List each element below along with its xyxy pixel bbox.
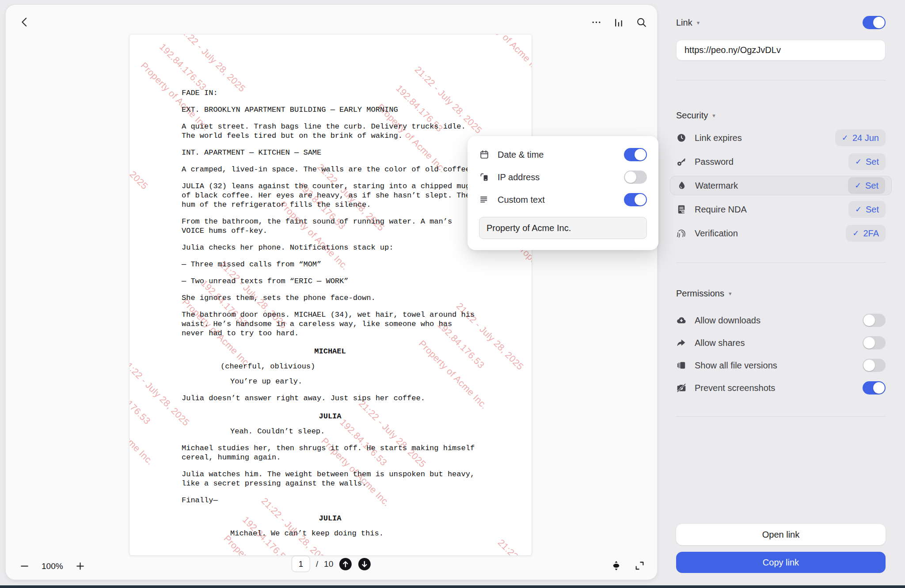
clock-icon: [676, 133, 687, 143]
security-row-link-expires[interactable]: Link expires✓24 Jun: [676, 128, 886, 148]
permission-row-allow-downloads[interactable]: Allow downloads: [676, 311, 886, 329]
script-action: From the bathroom, the faint sound of ru…: [182, 217, 479, 235]
viewer-toolbar: [590, 16, 647, 28]
link-settings-sidebar: Link ▾ Security ▾ Link expires✓24 JunPas…: [664, 0, 905, 588]
zoom-in-button[interactable]: [75, 561, 86, 572]
page-number-input[interactable]: [292, 556, 310, 572]
open-link-button[interactable]: Open link: [676, 524, 886, 545]
script-action: A quiet street. Trash bags line the curb…: [182, 122, 479, 140]
more-options-icon[interactable]: [590, 16, 602, 28]
droplet-icon: [677, 180, 687, 191]
security-section-header[interactable]: Security ▾: [676, 109, 886, 122]
app-window: 21:22 - July 28, 2025192.84.176.53Proper…: [0, 0, 905, 588]
versions-icon: [676, 360, 687, 371]
date-time-toggle[interactable]: [624, 148, 647, 161]
script-dialog: You’re up early.: [230, 377, 479, 386]
status-badge: ✓2FA: [846, 225, 886, 242]
row-label: Allow shares: [695, 338, 863, 348]
fullscreen-icon[interactable]: [634, 560, 646, 572]
document-page: 21:22 - July 28, 2025192.84.176.53Proper…: [129, 34, 532, 556]
check-icon: ✓: [855, 205, 862, 214]
link-url-input[interactable]: [676, 40, 886, 61]
search-icon[interactable]: [635, 16, 647, 28]
script-character: JULIA: [182, 514, 479, 523]
watermark-option-custom-text[interactable]: Custom text: [479, 191, 647, 209]
check-icon: ✓: [855, 157, 862, 167]
badge-text: 24 Jun: [852, 133, 879, 143]
allow-downloads-toggle[interactable]: [863, 314, 886, 327]
security-row-password[interactable]: Password✓Set: [676, 152, 886, 171]
calendar-icon: [479, 149, 490, 160]
ip-address-toggle[interactable]: [624, 171, 647, 184]
prevent-screenshots-toggle[interactable]: [863, 381, 886, 395]
script-action: The bathroom door opens. MICHAEL (34), w…: [182, 310, 479, 338]
script-character: JULIA: [182, 412, 479, 421]
script-action: Michael studies her, then shrugs it off.…: [182, 444, 479, 462]
link-enabled-toggle[interactable]: [863, 16, 886, 29]
analytics-icon[interactable]: [613, 16, 625, 28]
row-label: Password: [695, 157, 848, 167]
document-viewer: 21:22 - July 28, 2025192.84.176.53Proper…: [5, 4, 658, 580]
badge-text: 2FA: [863, 228, 879, 239]
permission-row-prevent-screenshots[interactable]: Prevent screenshots: [676, 379, 886, 397]
security-row-verification[interactable]: Verification✓2FA: [676, 224, 886, 243]
permission-row-allow-shares[interactable]: Allow shares: [676, 334, 886, 352]
script-action: — Two unread texts from “ERIC — WORK”: [182, 277, 479, 286]
row-label: Require NDA: [695, 205, 848, 215]
badge-text: Set: [866, 157, 879, 167]
row-label: IP address: [498, 172, 624, 182]
nda-icon: [676, 204, 687, 215]
security-row-require-nda[interactable]: Require NDA✓Set: [676, 200, 886, 219]
key-icon: [676, 156, 687, 167]
script-action: JULIA (32) leans against the counter, st…: [182, 182, 479, 209]
script-action: Julia watches him. The weight between th…: [182, 470, 479, 488]
toggle-knob: [625, 171, 636, 183]
row-label: Show all file versions: [695, 360, 863, 371]
script-dialog: Yeah. Couldn’t sleep.: [230, 427, 479, 436]
zoom-out-button[interactable]: [19, 561, 30, 572]
row-label: Link expires: [695, 133, 835, 143]
script-action: Julia checks her phone. Notifications st…: [182, 243, 479, 252]
link-section-header[interactable]: Link ▾: [676, 16, 886, 29]
security-row-watermark[interactable]: Watermark✓Set: [670, 176, 892, 195]
toggle-knob: [873, 382, 885, 394]
watermark-option-date-time[interactable]: Date & time: [479, 146, 647, 163]
chevron-down-icon: ▾: [729, 291, 732, 296]
back-button[interactable]: [18, 15, 31, 29]
next-page-button[interactable]: [358, 558, 371, 571]
script-action: She ignores them, sets the phone face-do…: [182, 293, 479, 303]
custom-text-toggle[interactable]: [624, 193, 647, 206]
badge-text: Set: [866, 205, 879, 215]
row-label: Allow downloads: [695, 315, 863, 326]
script-action: Finally—: [182, 496, 479, 505]
zoom-controls: 100%: [19, 561, 86, 572]
allow-shares-toggle[interactable]: [863, 336, 886, 349]
toggle-knob: [635, 194, 646, 205]
script-scene: INT. APARTMENT — KITCHEN — SAME: [182, 148, 479, 157]
row-label: Verification: [695, 228, 846, 239]
status-badge: ✓Set: [848, 201, 886, 218]
row-label: Date & time: [498, 150, 624, 160]
status-badge: ✓Set: [848, 153, 886, 170]
copy-link-button[interactable]: Copy link: [676, 552, 886, 573]
toggle-knob: [863, 337, 875, 349]
permission-row-show-all-file-versions[interactable]: Show all file versions: [676, 357, 886, 374]
previous-page-button[interactable]: [339, 558, 352, 571]
cloud-download-icon: [676, 315, 687, 326]
watermark-option-ip-address[interactable]: IP address: [479, 168, 647, 186]
permissions-title: Permissions: [676, 288, 724, 299]
scroll-mode-icon[interactable]: [610, 560, 622, 572]
custom-text-input[interactable]: [479, 217, 647, 239]
divider: [676, 262, 886, 263]
permissions-section-header[interactable]: Permissions ▾: [676, 287, 886, 300]
share-icon: [676, 338, 687, 348]
chevron-down-icon: ▾: [697, 20, 700, 26]
show-all-file-versions-toggle[interactable]: [863, 359, 886, 372]
script-action: — Three missed calls from “MOM”: [182, 260, 479, 269]
page-separator: /: [316, 559, 318, 569]
script-scene: EXT. BROOKLYN APARTMENT BUILDING — EARLY…: [182, 105, 479, 114]
link-title: Link: [676, 18, 692, 28]
script-character: MICHAEL: [182, 347, 479, 356]
fingerprint-icon: [676, 228, 687, 239]
script-paren: (cheerful, oblivious): [221, 362, 479, 371]
